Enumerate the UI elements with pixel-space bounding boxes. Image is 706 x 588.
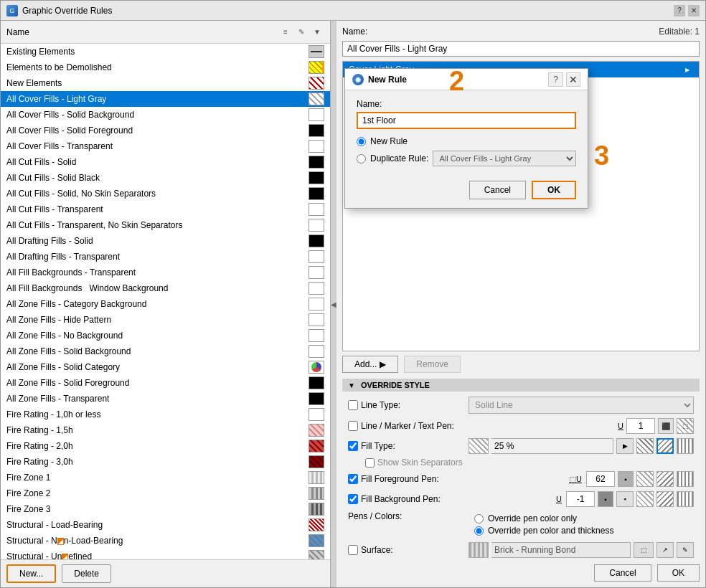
bg-btn2[interactable] [636, 491, 654, 507]
bg-btn4[interactable] [677, 491, 694, 507]
panel-divider[interactable]: ◀ [331, 21, 336, 587]
line-type-checkbox[interactable] [348, 400, 358, 410]
duplicate-rule-select[interactable]: All Cover Fills - Light Gray [433, 151, 576, 166]
dialog-new-rule-radio[interactable]: New Rule [357, 136, 576, 146]
list-item[interactable]: All Zone Fills - Solid Foreground [1, 375, 330, 391]
list-item[interactable]: All Cut Fills - Transparent [1, 201, 330, 217]
list-item[interactable]: All Cover Fills - Transparent [1, 138, 330, 154]
surface-checkbox[interactable] [348, 545, 358, 555]
radio-pen-thickness[interactable]: Override pen color and thickness [474, 526, 613, 536]
list-item-selected[interactable]: All Cover Fills - Light Gray [1, 91, 330, 107]
dialog-close-button[interactable]: ✕ [566, 72, 580, 87]
app-icon: G [6, 5, 18, 16]
line-pen-checkbox[interactable] [348, 421, 358, 431]
dialog-name-input[interactable] [357, 112, 576, 129]
surface-pattern-btn[interactable]: ⬚ [634, 542, 654, 558]
surface-btn1[interactable]: ↗ [656, 542, 674, 558]
list-item[interactable]: All Cover Fills - Solid Foreground [1, 123, 330, 138]
help-button[interactable]: ? [674, 5, 685, 16]
preview-swatch [309, 250, 324, 263]
fill-pattern-btn3[interactable] [677, 438, 694, 454]
close-button[interactable]: ✕ [688, 5, 700, 16]
fill-pattern-btn1[interactable] [636, 438, 654, 454]
fill-bg-checkbox[interactable] [348, 494, 358, 504]
list-item[interactable]: Structural - N◢n-Load-Bearing [1, 533, 330, 549]
line-pen-row: Line / Marker / Text Pen: U ⬛ ⬚ [342, 416, 700, 436]
fill-type-checkbox[interactable] [348, 441, 358, 451]
list-item[interactable]: Existing Elements [1, 44, 330, 60]
preview-swatch [309, 487, 324, 500]
dialog-cancel-button[interactable]: Cancel [469, 181, 526, 199]
preview-swatch [309, 266, 324, 279]
list-item[interactable]: All Zone Fills - Solid Category [1, 359, 330, 375]
radio-pen-only[interactable]: Override pen color only [474, 513, 613, 523]
list-item[interactable]: All Cut Fills - Transparent, No Skin Sep… [1, 217, 330, 233]
list-item[interactable]: All Zone Fills - Category Background [1, 296, 330, 312]
list-item[interactable]: New Elements [1, 75, 330, 91]
list-item[interactable]: All Cut Fills - Solid Black [1, 170, 330, 186]
collapse-arrow[interactable]: ▼ [348, 381, 355, 389]
list-item[interactable]: Fire Rating - 1,5h [1, 422, 330, 438]
list-item[interactable]: All Fill Backgrounds - Transparent [1, 265, 330, 280]
preview-swatch [309, 108, 324, 121]
pen-color-swatch[interactable]: ⬛ [658, 418, 674, 434]
fill-arrow-btn[interactable]: ▶ [616, 438, 634, 454]
list-item[interactable]: All Zone Fills - Transparent [1, 391, 330, 407]
preview-swatch [309, 329, 324, 342]
dialog-ok-button[interactable]: OK [532, 181, 576, 199]
right-footer: Cancel OK [342, 560, 700, 582]
main-ok-button[interactable]: OK [657, 564, 700, 582]
preview-swatch [309, 550, 324, 559]
list-item[interactable]: All Cut Fills - Solid [1, 154, 330, 170]
dialog-help-button[interactable]: ? [548, 72, 563, 87]
fg-btn2[interactable] [656, 471, 674, 487]
list-item[interactable]: All Cut Fills - Solid, No Skin Separator… [1, 186, 330, 201]
fg-pen-swatch[interactable]: ▪ [618, 471, 634, 487]
fg-btn1[interactable] [636, 471, 654, 487]
bg-pen-swatch[interactable]: ▪ [598, 491, 613, 507]
list-item[interactable]: All Zone Fills - Hide Pattern [1, 312, 330, 328]
list-item[interactable]: Structural - Un◢efined [1, 549, 330, 559]
line-type-select[interactable]: Solid Line [469, 397, 694, 414]
line-pen-input[interactable] [626, 418, 655, 434]
list-item[interactable]: Elements to be Demolished [1, 60, 330, 75]
remove-button[interactable]: Remove [404, 356, 461, 373]
list-item[interactable]: Fire Zone 3 [1, 501, 330, 517]
right-actions: Add... ▶ Remove [342, 356, 700, 373]
bg-btn1[interactable]: ▪ [616, 491, 634, 507]
list-item[interactable]: Fire Rating - 1,0h or less [1, 407, 330, 422]
fill-bg-row: Fill Background Pen: U ▪ ▪ [342, 489, 700, 509]
list-item[interactable]: All Zone Fills - Solid Background [1, 343, 330, 359]
list-item[interactable]: All Cover Fills - Solid Background [1, 107, 330, 123]
main-cancel-button[interactable]: Cancel [594, 564, 651, 582]
list-item[interactable]: Fire Zone 2 [1, 485, 330, 501]
list-item[interactable]: All Fill Backgrounds Window Background [1, 280, 330, 296]
skin-sep-checkbox[interactable] [365, 458, 375, 468]
bg-btn3[interactable] [656, 491, 674, 507]
list-item[interactable]: Fire Rating - 3,0h [1, 454, 330, 470]
list-item[interactable]: Fire Rating - 2,0h [1, 438, 330, 454]
fg-pen-input[interactable] [586, 471, 615, 487]
preview-swatch [309, 156, 324, 169]
list-item[interactable]: Structural - Load-Bearing [1, 517, 330, 533]
new-button[interactable]: New... [6, 564, 56, 583]
dialog-icon: ◉ [352, 74, 364, 85]
surface-preview [469, 542, 489, 558]
left-panel: Name ≡ ✎ ▼ Existing Elements Elements [1, 21, 331, 587]
delete-button[interactable]: Delete [62, 564, 111, 583]
list-item[interactable]: All Drafting Fills - Solid [1, 233, 330, 249]
list-item[interactable]: All Zone Fills - No Background [1, 328, 330, 343]
surface-btn2[interactable]: ✎ [677, 542, 694, 558]
bg-pen-input[interactable] [566, 491, 595, 507]
fill-pattern-btn2[interactable] [656, 438, 674, 454]
preview-swatch [309, 503, 324, 516]
fill-fg-checkbox[interactable] [348, 474, 358, 484]
pen-pattern-btn[interactable]: ⬚ [677, 418, 694, 434]
add-button[interactable]: Add... ▶ [342, 356, 398, 373]
expand-button[interactable]: ▶ [682, 64, 693, 75]
list-item[interactable]: Fire Zone 1 [1, 470, 330, 485]
rule-name-input[interactable] [342, 41, 700, 57]
preview-swatch [309, 171, 324, 184]
fg-btn3[interactable] [677, 471, 694, 487]
list-item[interactable]: All Drafting Fills - Transparent [1, 249, 330, 265]
